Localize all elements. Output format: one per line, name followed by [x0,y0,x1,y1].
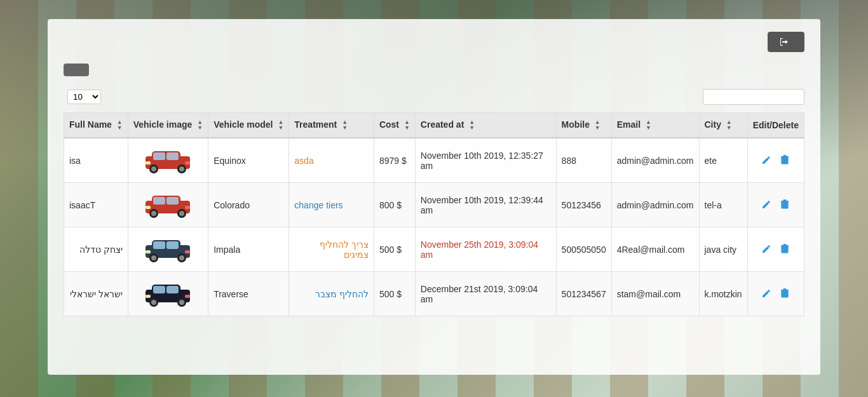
sort-city-icon: ▲▼ [726,119,732,131]
svg-rect-38 [146,250,151,253]
delete-button[interactable] [779,156,790,167]
table-row: isaacT Colorado change tiers 800 $ Novem… [64,183,804,227]
svg-rect-39 [185,250,190,253]
cell-full-name: isa [64,138,128,183]
svg-rect-54 [185,295,190,298]
col-mobile[interactable]: Mobile ▲▼ [556,113,611,138]
col-city[interactable]: City ▲▼ [699,113,747,138]
entries-select[interactable]: 10 25 50 100 [67,90,101,104]
cell-edit-delete [747,183,804,227]
cell-treatment: להחליף מצבר [289,272,374,316]
col-email[interactable]: Email ▲▼ [611,113,699,138]
svg-rect-3 [166,152,179,160]
sort-cost-icon: ▲▼ [404,119,410,131]
cell-city: k.motzkin [699,272,747,316]
cell-city: ete [699,138,747,183]
cell-mobile: 888 [556,138,611,183]
cell-edit-delete [747,227,804,272]
svg-rect-43 [784,247,785,252]
svg-point-52 [179,300,184,305]
cell-vehicle-image [128,138,208,183]
logout-button[interactable] [768,32,804,52]
delete-button[interactable] [779,290,790,300]
table-row: יצחק טדלה Impala צריך להחליף צמיגים 500 … [64,227,804,272]
cell-vehicle-image [128,272,208,316]
logout-icon [779,37,789,47]
col-treatment[interactable]: Treatment ▲▼ [289,113,374,138]
svg-rect-44 [787,247,787,252]
cell-full-name: ישראל ישראלי [64,272,128,316]
cell-cost: 500 $ [374,272,415,316]
cell-city: tel-a [699,183,747,227]
search-input[interactable] [703,89,804,105]
insert-treatment-button[interactable] [64,64,89,76]
delete-button[interactable] [779,201,790,212]
sort-vehicle-image-icon: ▲▼ [197,119,203,131]
cell-vehicle-image [128,183,208,227]
cell-vehicle-model: Colorado [208,183,289,227]
svg-rect-8 [146,161,151,165]
cell-full-name: יצחק טדלה [64,227,128,272]
cell-mobile: 501234567 [556,272,611,316]
svg-rect-40 [781,245,789,246]
col-edit-delete: Edit/Delete [747,113,804,138]
cell-full-name: isaacT [64,183,128,227]
svg-rect-11 [783,155,786,156]
svg-rect-14 [787,158,787,163]
table-row: isa Equinox asda 8979 $ November 10th 20… [64,138,804,183]
cell-email: 4Real@mail.com [611,227,699,272]
cell-vehicle-model: Impala [208,227,289,272]
cell-email: admin@admin.com [611,183,699,227]
cell-vehicle-model: Equinox [208,138,289,183]
sort-email-icon: ▲▼ [646,119,651,131]
svg-point-22 [179,211,184,216]
svg-rect-41 [783,244,786,245]
cell-vehicle-image [128,227,208,272]
svg-rect-48 [166,286,179,293]
sort-full-name-icon: ▲▼ [117,119,123,131]
cell-cost: 500 $ [374,227,415,272]
cell-email: admin@admin.com [611,138,699,183]
svg-rect-13 [784,158,785,163]
cell-treatment: צריך להחליף צמיגים [289,227,374,272]
svg-rect-10 [781,156,789,158]
svg-point-5 [151,166,156,172]
svg-rect-24 [185,206,190,209]
table-row: ישראל ישראלי Traverse להחליף מצבר 500 $ … [64,272,804,316]
edit-button[interactable] [761,156,775,167]
svg-rect-32 [153,241,165,249]
svg-rect-18 [166,197,179,205]
treatments-table: Full Name ▲▼ Vehicle image ▲▼ Vehicle mo… [64,112,804,316]
svg-rect-53 [146,295,151,298]
svg-rect-55 [781,290,789,291]
svg-rect-23 [146,206,151,209]
delete-button[interactable] [779,245,790,256]
cell-treatment: change tiers [289,183,374,227]
cell-mobile: 50123456 [556,183,611,227]
svg-rect-29 [787,203,787,207]
svg-rect-27 [782,203,783,207]
svg-rect-47 [153,286,165,293]
svg-point-37 [179,255,184,260]
svg-rect-58 [784,292,785,296]
sort-treatment-icon: ▲▼ [342,119,348,131]
cell-treatment: asda [289,138,374,183]
col-cost[interactable]: Cost ▲▼ [374,113,415,138]
svg-rect-25 [781,201,789,202]
sort-vehicle-model-icon: ▲▼ [278,119,283,131]
cell-edit-delete [747,138,804,183]
svg-rect-56 [783,288,786,290]
svg-rect-59 [787,292,787,296]
col-vehicle-model[interactable]: Vehicle model ▲▼ [208,113,289,138]
cell-created-at: November 25th 2019, 3:09:04 am [415,227,556,272]
cell-edit-delete [747,272,804,316]
col-vehicle-image[interactable]: Vehicle image ▲▼ [128,113,208,138]
sort-created-at-icon: ▲▼ [469,119,475,131]
edit-button[interactable] [761,201,775,212]
edit-button[interactable] [761,290,775,300]
edit-button[interactable] [761,245,775,256]
col-created-at[interactable]: Created at ▲▼ [415,113,556,138]
svg-rect-33 [166,241,179,249]
col-full-name[interactable]: Full Name ▲▼ [64,113,128,138]
cell-city: java city [699,227,747,272]
